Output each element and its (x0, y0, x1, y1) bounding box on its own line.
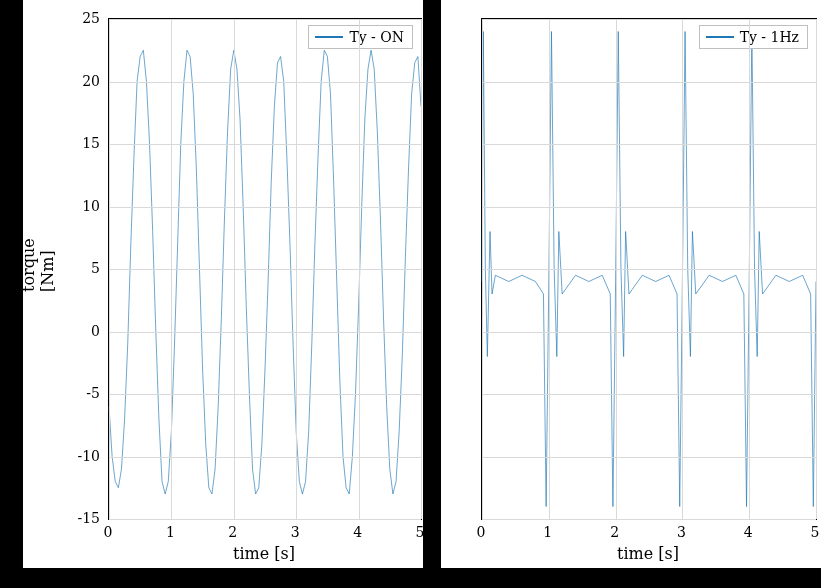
y-tick-label: -5 (23, 385, 100, 401)
figure: Ty - ON torque [Nm] time [s] 012345-15-1… (0, 0, 821, 588)
gridline-v (421, 19, 422, 519)
gridline-h (109, 269, 421, 270)
x-tick-label: 2 (228, 524, 237, 540)
x-tick-label: 5 (811, 524, 820, 540)
x-tick-label: 2 (610, 524, 619, 540)
gridline-h (482, 519, 816, 520)
x-axis-label-right: time [s] (481, 544, 815, 563)
gridline-h (109, 82, 421, 83)
gridline-h (109, 207, 421, 208)
gridline-h (482, 394, 816, 395)
plot-area-left: Ty - ON (108, 18, 422, 520)
gridline-h (482, 269, 816, 270)
gridline-h (482, 332, 816, 333)
y-tick-label: -10 (23, 448, 100, 464)
legend-right: Ty - 1Hz (699, 25, 808, 49)
legend-left: Ty - ON (308, 25, 413, 49)
y-tick-label: 20 (23, 73, 100, 89)
legend-label: Ty - ON (349, 29, 404, 45)
y-tick-label: -15 (23, 510, 100, 526)
gridline-h (482, 144, 816, 145)
x-tick-label: 4 (353, 524, 362, 540)
gridline-h (109, 457, 421, 458)
y-tick-label: 15 (23, 135, 100, 151)
gridline-h (109, 394, 421, 395)
x-tick-label: 4 (744, 524, 753, 540)
gridline-h (482, 82, 816, 83)
legend-swatch-icon (706, 36, 734, 38)
gridline-h (482, 207, 816, 208)
y-tick-label: 25 (23, 10, 100, 26)
x-tick-label: 3 (677, 524, 686, 540)
x-tick-label: 0 (477, 524, 486, 540)
x-tick-label: 3 (291, 524, 300, 540)
gridline-h (109, 144, 421, 145)
gridline-v (816, 19, 817, 519)
x-tick-label: 0 (104, 524, 113, 540)
x-tick-label: 5 (416, 524, 425, 540)
y-tick-label: 5 (23, 260, 100, 276)
gridline-h (482, 457, 816, 458)
panel-left: Ty - ON torque [Nm] time [s] 012345-15-1… (23, 0, 423, 568)
gridline-h (109, 19, 421, 20)
legend-swatch-icon (315, 36, 343, 38)
x-tick-label: 1 (543, 524, 552, 540)
x-tick-label: 1 (166, 524, 175, 540)
plot-area-right: Ty - 1Hz (481, 18, 817, 520)
gridline-h (109, 519, 421, 520)
gridline-h (482, 19, 816, 20)
x-axis-label-left: time [s] (108, 544, 420, 563)
y-tick-label: 0 (23, 323, 100, 339)
panel-right: Ty - 1Hz time [s] 012345 (441, 0, 821, 568)
gridline-h (109, 332, 421, 333)
y-tick-label: 10 (23, 198, 100, 214)
